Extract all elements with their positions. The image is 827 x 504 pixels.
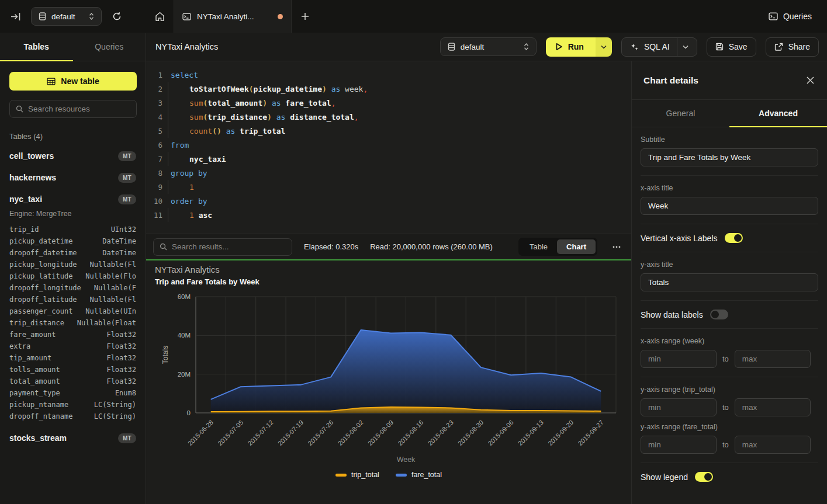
panel-tab-general[interactable]: General <box>632 100 729 127</box>
play-icon <box>555 43 563 51</box>
code-line: 3sum(total_amount) as fare_total, <box>146 96 631 110</box>
queries-label: Queries <box>783 12 812 21</box>
code-line: 111 asc <box>146 208 631 222</box>
column-row: dropoff_longitudeNullable(F <box>9 282 136 294</box>
legend-label: trip_total <box>351 471 379 479</box>
x-tick-label: 2015-09-06 <box>486 419 514 447</box>
token: distance_total <box>285 113 354 121</box>
column-name: dropoff_longitude <box>9 284 81 292</box>
panel-tab-advanced[interactable]: Advanced <box>729 100 827 127</box>
subtitle-input[interactable] <box>641 148 818 166</box>
new-table-button[interactable]: New table <box>9 72 137 91</box>
collapse-sidebar-icon[interactable] <box>11 12 20 21</box>
token: as <box>331 85 341 93</box>
table-row[interactable]: stocks_streamMT <box>9 432 136 444</box>
database-icon <box>39 12 46 20</box>
more-options-icon[interactable] <box>609 246 624 248</box>
x-axis-title-input[interactable] <box>641 197 818 215</box>
token: sum <box>189 99 203 107</box>
run-button[interactable]: Run <box>546 37 596 57</box>
token: week <box>340 85 363 93</box>
x-axis-range-field: x-axis range (week) to <box>641 329 818 377</box>
y-axis-title: Totals <box>161 346 169 364</box>
table-row[interactable]: cell_towersMT <box>9 150 136 162</box>
y-axis-range-fare-label: y-axis range (fare_total) <box>641 423 818 431</box>
show-data-labels-toggle[interactable] <box>710 310 728 319</box>
column-name: fare_amount <box>9 331 56 339</box>
table-row[interactable]: nyc_taxiMT <box>9 193 136 206</box>
save-button[interactable]: Save <box>707 37 756 57</box>
line-number: 3 <box>146 99 162 107</box>
token: ( <box>203 99 207 107</box>
sidebar-tab-queries[interactable]: Queries <box>73 33 146 61</box>
y-axis-range-trip-min-input[interactable] <box>641 398 717 416</box>
chart-subtitle: Trip and Fare Totals by Week <box>155 277 259 286</box>
token: from <box>171 141 189 150</box>
share-button[interactable]: Share <box>766 37 819 57</box>
results-search-input[interactable] <box>172 242 286 251</box>
column-name: total_amount <box>9 377 60 385</box>
column-row: extraFloat32 <box>9 340 136 352</box>
show-legend-toggle[interactable] <box>695 472 713 482</box>
save-label: Save <box>729 42 748 51</box>
refresh-icon[interactable] <box>112 12 122 21</box>
query-tab[interactable]: NYTaxi Analyti... <box>174 0 292 33</box>
column-row: tolls_amountFloat32 <box>9 364 136 376</box>
y-axis-title-label: y-axis title <box>641 260 818 269</box>
y-axis-title-field: y-axis title <box>641 252 818 301</box>
panel-title: Chart details <box>643 75 698 86</box>
run-button-group: Run <box>546 37 612 57</box>
sparkles-icon <box>630 43 639 51</box>
code-text: group by <box>168 166 207 180</box>
queries-button[interactable]: Queries <box>769 12 827 21</box>
line-number: 7 <box>146 155 162 164</box>
y-tick-label: 0 <box>187 409 191 416</box>
sql-ai-options-button[interactable] <box>677 38 688 56</box>
x-axis-range-max-input[interactable] <box>735 350 811 368</box>
token: asc <box>194 211 212 220</box>
column-name: tip_amount <box>9 354 51 362</box>
column-row: dropoff_datetimeDateTime <box>9 247 136 259</box>
toolbar-database-selector[interactable]: default <box>440 37 537 56</box>
column-type: Float32 <box>106 377 136 385</box>
view-toggle-chart[interactable]: Chart <box>557 239 596 254</box>
resource-search-input[interactable] <box>28 105 130 113</box>
token: ( <box>249 85 254 93</box>
x-tick-label: 2015-07-19 <box>276 419 304 447</box>
save-icon <box>715 43 724 51</box>
token: () <box>212 127 222 135</box>
run-options-button[interactable] <box>596 37 612 57</box>
legend-item-trip_total[interactable]: trip_total <box>335 471 379 479</box>
x-axis-range-min-input[interactable] <box>641 350 717 368</box>
show-legend-row: Show legend <box>641 463 818 491</box>
legend-item-fare_total[interactable]: fare_total <box>396 471 442 479</box>
token <box>327 85 331 93</box>
sidebar-tab-tables[interactable]: Tables <box>0 33 73 61</box>
column-type: Nullable(Float <box>77 319 136 327</box>
column-name: trip_distance <box>9 319 64 327</box>
sql-editor[interactable]: 1select2toStartOfWeek(pickup_datetime) a… <box>146 61 631 234</box>
updown-chevron-icon <box>524 43 529 50</box>
show-data-labels-row: Show data labels <box>641 301 818 329</box>
home-tab[interactable] <box>146 0 174 33</box>
y-axis-range-fare-max-input[interactable] <box>735 436 811 454</box>
show-legend-label: Show legend <box>641 472 688 482</box>
y-axis-title-input[interactable] <box>641 273 818 291</box>
vertical-x-labels-toggle[interactable] <box>725 233 743 243</box>
token: ) <box>262 99 267 107</box>
close-icon[interactable] <box>807 77 814 84</box>
column-name: pickup_latitude <box>9 272 72 280</box>
column-type: Float32 <box>106 354 136 362</box>
table-row[interactable]: hackernewsMT <box>9 171 136 184</box>
column-type: LC(String) <box>94 401 136 409</box>
view-toggle-table[interactable]: Table <box>520 239 557 254</box>
database-selector[interactable]: default <box>31 7 102 26</box>
new-tab-button[interactable] <box>292 0 319 33</box>
y-axis-range-trip-max-input[interactable] <box>735 398 811 416</box>
y-axis-range-fare-min-input[interactable] <box>641 436 717 454</box>
sql-ai-button[interactable]: SQL AI <box>621 37 697 57</box>
new-table-label: New table <box>61 77 99 86</box>
x-tick-label: 2015-08-02 <box>337 419 365 447</box>
column-row: trip_idUInt32 <box>9 224 136 235</box>
chart-plot[interactable]: 020M40M60MTotals2015-06-282015-07-052015… <box>146 260 631 504</box>
